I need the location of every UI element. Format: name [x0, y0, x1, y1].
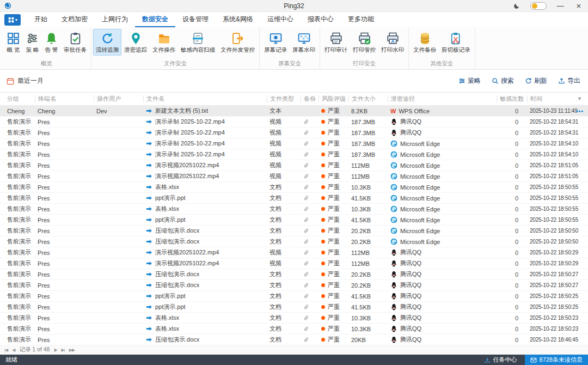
- first-page-button[interactable]: |◀: [4, 348, 8, 352]
- close-button[interactable]: ×: [574, 1, 584, 11]
- sensitive-count-cell: 0: [497, 141, 527, 147]
- ribbon-item-泄密追踪[interactable]: 泄密追踪: [121, 29, 150, 56]
- toolbar-action-导出[interactable]: 导出: [558, 76, 580, 86]
- table-row[interactable]: 售前演示 Pres 压缩包演示.docx 文档 严重 20.2KB 腾讯QQ 0…: [0, 280, 588, 291]
- group-cell: 售前演示: [4, 292, 35, 300]
- table-row[interactable]: 售前演示 Pres ppt演示.ppt 文档 严重 41.5KB Microso…: [0, 215, 588, 226]
- risk-cell: 严重: [318, 325, 348, 333]
- unread-messages-button[interactable]: 8728条未读信息: [525, 355, 588, 365]
- ribbon-item-策略[interactable]: 策 略: [23, 29, 42, 56]
- edge-icon: [390, 151, 397, 158]
- task-center-button[interactable]: 任务中心: [476, 356, 525, 364]
- table-row[interactable]: 售前演示 Pres 压缩包演示.docx 文档 严重 20.2KB 腾讯QQ 0…: [0, 269, 588, 280]
- file-type-cell: 文档: [267, 183, 301, 191]
- ribbon-item-概览[interactable]: 概 览: [4, 29, 23, 56]
- table-row[interactable]: 售前演示 Pres 演示视频20251022.mp4 视频 严重 112MB 腾…: [0, 258, 588, 269]
- column-header-敏感次数[interactable]: 敏感次数: [497, 95, 527, 102]
- tab-报表中心[interactable]: 报表中心: [301, 12, 341, 27]
- column-header-文件类型[interactable]: 文件类型: [267, 95, 301, 102]
- table-row[interactable]: 售前演示 Pres 演示视频20251022.mp4 视频 严重 112MB 腾…: [0, 247, 588, 258]
- ribbon-item-流转追溯[interactable]: 流转追溯: [93, 29, 121, 56]
- paperclip-icon: [303, 228, 310, 234]
- table-row[interactable]: 售前演示 Pres 表格.xlsx 文档 严重 10.3KB Microsoft…: [0, 204, 588, 215]
- column-header-泄密途径[interactable]: 泄密途径: [388, 95, 497, 102]
- edge-icon: [390, 173, 397, 180]
- app-menu-button[interactable]: ▾: [4, 14, 21, 26]
- ribbon-item-告警[interactable]: 告 警: [42, 29, 61, 56]
- paperclip-icon: [303, 206, 310, 212]
- channel-cell: Microsoft Edge: [388, 205, 497, 212]
- toolbar-action-刷新[interactable]: 刷新: [525, 76, 547, 86]
- date-range-filter[interactable]: 最近一月: [7, 76, 44, 86]
- column-header-文件大小[interactable]: 文件大小: [348, 95, 388, 102]
- table-row[interactable]: 售前演示 Pres ppt演示.ppt 文档 严重 41.5KB Microso…: [0, 193, 588, 204]
- ribbon-item-敏感内容扫描[interactable]: 敏感内容扫描: [178, 29, 218, 56]
- file-type-cell: 文档: [267, 270, 301, 278]
- tab-上网行为[interactable]: 上网行为: [95, 12, 135, 27]
- theme-toggle[interactable]: [530, 2, 547, 10]
- file-name-cell: 压缩包演示.docx: [143, 270, 267, 278]
- tab-设备管理[interactable]: 设备管理: [175, 12, 216, 27]
- tab-数据安全[interactable]: 数据安全: [135, 12, 175, 27]
- table-row[interactable]: 售前演示 Pres ppt演示.ppt 文档 严重 41.5KB 腾讯QQ 0 …: [0, 291, 588, 302]
- tab-系统&网络[interactable]: 系统&网络: [216, 12, 260, 27]
- column-header-备份[interactable]: 备份: [301, 95, 318, 102]
- ribbon-item-剪切板记录[interactable]: 剪切板记录: [439, 29, 473, 56]
- row-more-button[interactable]: •••: [575, 106, 584, 117]
- file-size-cell: 187.3MB: [348, 151, 388, 158]
- table-row[interactable]: 售前演示 Pres 表格.xlsx 文档 严重 10.3KB 腾讯QQ 0 20…: [0, 324, 588, 334]
- column-header-操作用户[interactable]: 操作用户: [94, 95, 143, 102]
- last-page-button[interactable]: ▶|: [62, 348, 65, 352]
- backup-cell: [301, 119, 318, 125]
- tab-更多功能[interactable]: 更多功能: [341, 12, 381, 27]
- table-row[interactable]: 售前演示 Pres 表格.xlsx 文档 严重 10.3KB 腾讯QQ 0 20…: [0, 313, 588, 324]
- ribbon-item-文件操作[interactable]: 文件操作: [150, 29, 178, 56]
- backup-cell: [301, 315, 318, 321]
- ribbon-item-屏幕记录[interactable]: 屏幕记录: [261, 29, 290, 56]
- ribbon-item-打印审计[interactable]: 打印审计: [322, 29, 350, 56]
- ribbon-item-打印管控[interactable]: 打印管控: [350, 29, 378, 56]
- column-header-分组[interactable]: 分组: [4, 95, 35, 102]
- tab-运维中心[interactable]: 运维中心: [260, 12, 301, 27]
- table-row[interactable]: 售前演示 Pres 压缩包演示.docx 文档 严重 20.2KB Micros…: [0, 226, 588, 236]
- ribbon-item-审批任务[interactable]: 审批任务: [61, 29, 89, 56]
- time-cell: 2025-10-22 18:50:23: [527, 315, 588, 321]
- ribbon-item-打印水印[interactable]: A 打印水印: [378, 29, 407, 56]
- more-pages-button[interactable]: ▶▶: [69, 348, 75, 352]
- table-row[interactable]: 售前演示 Pres 表格.xlsx 文档 严重 10.3KB Microsoft…: [0, 182, 588, 193]
- table-row[interactable]: 售前演示 Pres 演示录制 2025-10-22.mp4 视频 严重 187.…: [0, 117, 588, 127]
- ribbon-item-屏幕水印[interactable]: 屏幕水印: [290, 29, 318, 56]
- table-row[interactable]: 售前演示 Pres 演示录制 2025-10-22.mp4 视频 严重 187.…: [0, 127, 588, 138]
- tab-开始[interactable]: 开始: [27, 12, 54, 27]
- toolbar-action-策略[interactable]: 策略: [458, 76, 481, 86]
- table-row[interactable]: 售前演示 Pres 演示录制 2025-10-22.mp4 视频 严重 187.…: [0, 138, 588, 149]
- toolbar-action-搜索[interactable]: 搜索: [492, 76, 514, 86]
- column-header-风险评级[interactable]: 风险评级: [318, 95, 348, 102]
- sensitive-count-cell: 0: [497, 151, 527, 158]
- dark-mode-moon-icon[interactable]: [512, 1, 522, 11]
- column-header-终端名[interactable]: 终端名: [35, 95, 94, 102]
- table-row[interactable]: 售前演示 Pres 演示视频20251022.mp4 视频 严重 112MB M…: [0, 160, 588, 171]
- prev-page-button[interactable]: ◀: [12, 348, 15, 352]
- ribbon-item-文件外发管控[interactable]: 文件外发管控: [218, 29, 258, 56]
- column-header-文件名[interactable]: 文件名: [143, 95, 267, 102]
- sort-dropdown-icon[interactable]: ▼: [577, 95, 585, 102]
- paperclip-icon: [303, 141, 310, 147]
- table-row[interactable]: Cheng Cheng Dev 新建文本文档 (5).txt 文本 严重 8.2…: [0, 106, 588, 117]
- edge-icon: [390, 162, 397, 169]
- file-name-cell: 表格.xlsx: [143, 205, 267, 213]
- minimize-button[interactable]: —: [555, 1, 565, 11]
- table-row[interactable]: 售前演示 Pres ppt演示.ppt 文档 严重 41.5KB 腾讯QQ 0 …: [0, 302, 588, 313]
- tab-文档加密[interactable]: 文档加密: [54, 12, 95, 27]
- file-type-cell: 文本: [267, 107, 301, 115]
- ribbon-item-文件备份[interactable]: 文件备份: [411, 29, 439, 56]
- sensitive-count-cell: 0: [497, 315, 527, 321]
- table-row[interactable]: 售前演示 Pres 压缩包演示.docx 文档 严重 20.2KB Micros…: [0, 236, 588, 247]
- column-header-时间[interactable]: 时间▼: [527, 95, 588, 102]
- next-page-button[interactable]: ▶: [54, 348, 57, 352]
- table-row[interactable]: 售前演示 Pres 演示视频20251022.mp4 视频 严重 112MB M…: [0, 171, 588, 182]
- terminal-cell: Pres: [35, 315, 94, 321]
- table-row[interactable]: 售前演示 Pres 演示录制 2025-10-22.mp4 视频 严重 187.…: [0, 149, 588, 160]
- sensitive-count-cell: 0: [497, 173, 527, 180]
- table-row[interactable]: 售前演示 Pres 压缩包演示.docx 文档 严重 20KB 腾讯QQ 0 2…: [0, 334, 588, 345]
